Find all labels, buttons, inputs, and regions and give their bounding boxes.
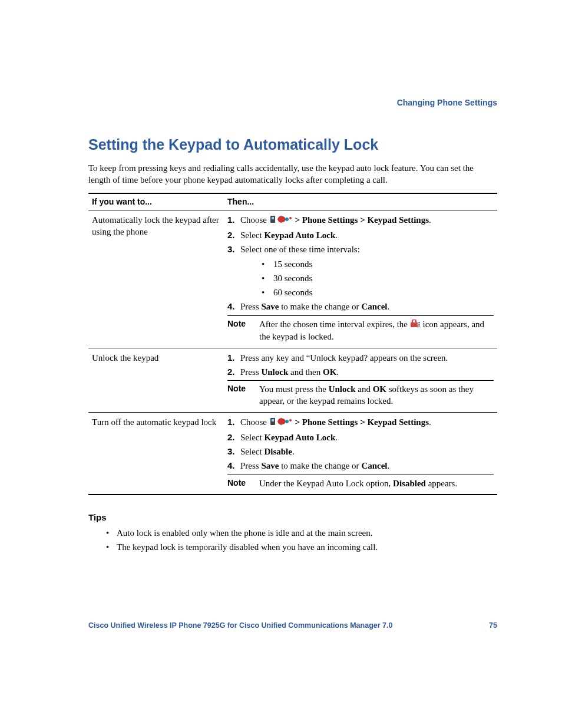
settings-icon: [269, 215, 293, 227]
svg-point-11: [289, 419, 292, 421]
bullet-icon: •: [106, 527, 117, 539]
step-bold: > Phone Settings > Keypad Settings: [295, 215, 429, 225]
table-header-then: Then...: [224, 193, 497, 210]
bullet-icon: •: [262, 272, 273, 284]
step-number: 4.: [227, 301, 240, 312]
step: 2. Press Unlock and then OK.: [227, 366, 494, 378]
page-footer: Cisco Unified Wireless IP Phone 7925G fo…: [88, 621, 497, 631]
then-cell: 1. Choose: [224, 412, 497, 495]
step-number: 3.: [227, 243, 240, 255]
list-item: •30 seconds: [262, 272, 494, 284]
step-text: .: [292, 447, 295, 456]
step-bold: Disable: [264, 447, 292, 456]
chapter-link: Changing Phone Settings: [88, 97, 497, 108]
if-cell: Automatically lock the keypad after usin…: [88, 210, 224, 348]
step-text: .: [429, 417, 431, 427]
then-cell: 1. Press any key and “Unlock keypad? app…: [224, 348, 497, 412]
if-cell: Turn off the automatic keypad lock: [88, 412, 224, 495]
list-item: •Auto lock is enabled only when the phon…: [106, 527, 497, 539]
step-bold: Save: [261, 302, 279, 311]
step-text: Choose: [240, 417, 269, 427]
step: 3. Select one of these time intervals:: [227, 243, 494, 255]
bullet-icon: •: [262, 286, 273, 298]
lock-icon: [410, 319, 421, 331]
step: 2. Select Keypad Auto Lock.: [227, 229, 494, 241]
step-number: 1.: [227, 416, 240, 429]
svg-rect-5: [418, 322, 420, 323]
bullet-text: 60 seconds: [273, 286, 312, 298]
tip-text: Auto lock is enabled only when the phone…: [117, 527, 372, 539]
step-bold: Save: [261, 461, 279, 470]
step: 1. Choose: [227, 214, 494, 227]
step-text: to make the change or: [279, 302, 361, 311]
svg-rect-9: [272, 419, 274, 421]
tip-text: The keypad lock is temporarily disabled …: [117, 541, 378, 553]
step-text: Select: [240, 447, 264, 456]
step-text: Press: [240, 302, 261, 311]
then-cell: 1. Choose: [224, 210, 497, 348]
table-row: Unlock the keypad 1. Press any key and “…: [88, 348, 497, 412]
instruction-table: If you want to... Then... Automatically …: [88, 193, 497, 495]
step-text: Press: [240, 367, 261, 377]
note-block: Note You must press the Unlock and OK so…: [227, 380, 494, 407]
step-text: .: [335, 230, 338, 240]
svg-point-10: [285, 420, 289, 423]
svg-point-2: [285, 218, 289, 221]
section-title: Setting the Keypad to Automatically Lock: [88, 135, 497, 155]
table-header-if: If you want to...: [88, 193, 224, 210]
list-item: •60 seconds: [262, 286, 494, 298]
step: 4. Press Save to make the change or Canc…: [227, 301, 494, 312]
step-bold: Unlock: [261, 367, 288, 377]
list-item: •The keypad lock is temporarily disabled…: [106, 541, 497, 553]
step-text: to make the change or: [279, 461, 361, 470]
step-bold: > Phone Settings > Keypad Settings: [295, 417, 429, 427]
note-bold: Disabled: [393, 479, 426, 488]
step-text: Choose: [240, 215, 269, 225]
bullet-text: 15 seconds: [273, 258, 312, 270]
note-label: Note: [227, 318, 259, 343]
step: 1. Press any key and “Unlock keypad? app…: [227, 352, 494, 364]
step-number: 2.: [227, 431, 240, 443]
tips-list: •Auto lock is enabled only when the phon…: [88, 527, 497, 554]
step-text: .: [336, 367, 339, 377]
settings-icon: [269, 417, 293, 429]
step-text: and then: [288, 367, 323, 377]
step-number: 3.: [227, 446, 240, 457]
note-block: Note After the chosen time interval expi…: [227, 315, 494, 343]
note-label: Note: [227, 477, 259, 489]
step-bold: OK: [323, 367, 336, 377]
note-bold: OK: [373, 384, 386, 394]
step-text: .: [388, 302, 390, 311]
step-number: 1.: [227, 214, 240, 227]
step-text: Select: [240, 433, 264, 442]
bullet-icon: •: [262, 258, 273, 270]
bullet-text: 30 seconds: [273, 272, 312, 284]
step: 1. Choose: [227, 416, 494, 429]
table-row: Automatically lock the keypad after usin…: [88, 210, 497, 348]
step-text: Press any key and “Unlock keypad? appear…: [240, 352, 494, 364]
step: 4. Press Save to make the change or Canc…: [227, 460, 494, 472]
svg-rect-4: [411, 322, 418, 327]
step-text: .: [388, 461, 390, 470]
step-text: .: [429, 215, 431, 225]
list-item: •15 seconds: [262, 258, 494, 270]
document-page: Changing Phone Settings Setting the Keyp…: [0, 0, 562, 728]
if-cell: Unlock the keypad: [88, 348, 224, 412]
step-text: Select one of these time intervals:: [240, 243, 494, 255]
step-bold: Keypad Auto Lock: [264, 230, 335, 240]
step-text: Press: [240, 461, 261, 470]
note-text: You must press the: [259, 384, 329, 394]
note-label: Note: [227, 383, 259, 407]
tips-heading: Tips: [88, 512, 497, 523]
svg-point-3: [289, 217, 292, 219]
step-number: 2.: [227, 366, 240, 378]
step-text: Select: [240, 230, 264, 240]
note-text: After the chosen time interval expires, …: [259, 319, 410, 329]
svg-rect-6: [418, 324, 420, 325]
footer-book-title: Cisco Unified Wireless IP Phone 7925G fo…: [88, 621, 392, 631]
step: 2. Select Keypad Auto Lock.: [227, 431, 494, 443]
step-number: 4.: [227, 460, 240, 472]
step-bold: Cancel: [361, 461, 387, 470]
bullet-icon: •: [106, 541, 117, 553]
table-row: Turn off the automatic keypad lock 1. Ch…: [88, 412, 497, 495]
